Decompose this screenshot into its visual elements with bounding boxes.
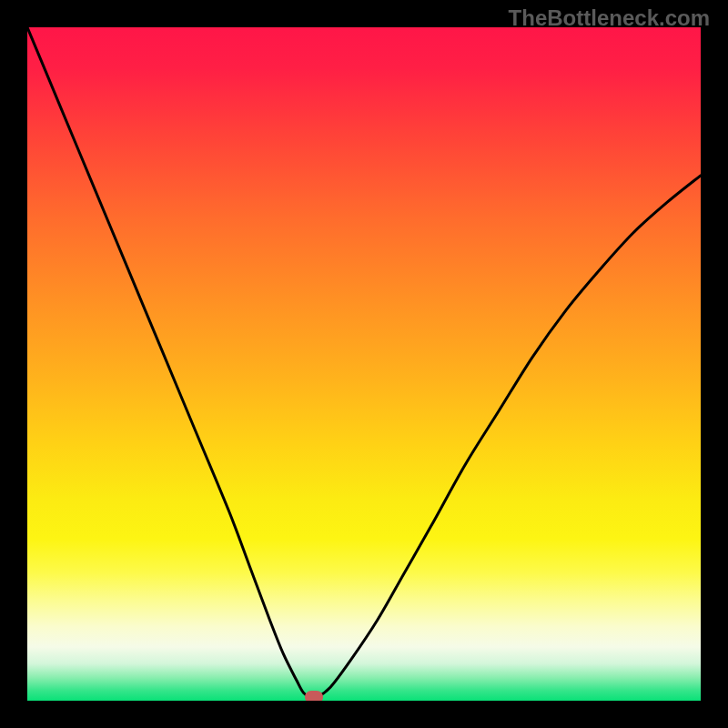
curve-svg xyxy=(27,27,701,701)
watermark-text: TheBottleneck.com xyxy=(509,5,710,31)
curve-line xyxy=(27,27,701,698)
chart-container: TheBottleneck.com xyxy=(0,0,728,728)
plot-area xyxy=(27,27,701,701)
min-marker xyxy=(305,691,323,701)
